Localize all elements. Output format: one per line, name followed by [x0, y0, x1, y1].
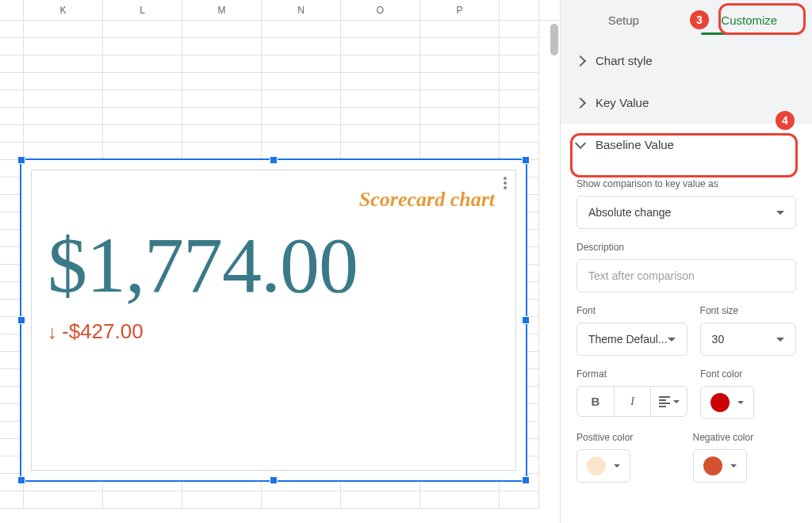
- cell[interactable]: [0, 73, 24, 90]
- font-size-select[interactable]: 30: [700, 323, 796, 356]
- cell[interactable]: [24, 90, 103, 108]
- cell[interactable]: [24, 143, 103, 160]
- cell[interactable]: [182, 90, 262, 108]
- cell[interactable]: [420, 491, 500, 509]
- cell[interactable]: [24, 21, 103, 38]
- cell[interactable]: [262, 90, 341, 108]
- cell[interactable]: [420, 73, 500, 90]
- cell[interactable]: [500, 491, 539, 509]
- cell[interactable]: [182, 73, 262, 90]
- font-select[interactable]: Theme Defaul...: [576, 323, 688, 356]
- cell[interactable]: [420, 143, 500, 160]
- cell[interactable]: [500, 38, 539, 55]
- cell[interactable]: [341, 55, 420, 73]
- cell[interactable]: [182, 491, 262, 509]
- cell[interactable]: [500, 21, 539, 38]
- cell[interactable]: [262, 55, 341, 73]
- resize-handle-ml[interactable]: [17, 316, 25, 324]
- col-header-l[interactable]: L: [103, 0, 182, 20]
- resize-handle-tr[interactable]: [522, 156, 530, 164]
- resize-handle-bl[interactable]: [17, 476, 25, 484]
- negative-color-picker[interactable]: [693, 449, 747, 483]
- cell[interactable]: [500, 143, 539, 160]
- cell[interactable]: [24, 55, 103, 73]
- resize-handle-bm[interactable]: [270, 476, 278, 484]
- cell[interactable]: [341, 108, 420, 125]
- cell[interactable]: [103, 21, 182, 38]
- col-header-k[interactable]: K: [24, 0, 103, 20]
- cell[interactable]: [182, 21, 262, 38]
- cell[interactable]: [182, 108, 262, 125]
- cell[interactable]: [182, 38, 262, 55]
- cell[interactable]: [0, 90, 24, 108]
- cell[interactable]: [420, 125, 500, 143]
- cell[interactable]: [500, 55, 539, 73]
- col-header-n[interactable]: N: [262, 0, 341, 20]
- cell[interactable]: [420, 90, 500, 108]
- cell[interactable]: [103, 73, 182, 90]
- cell[interactable]: [262, 73, 341, 90]
- cell[interactable]: [24, 491, 103, 509]
- col-header-m[interactable]: M: [182, 0, 262, 20]
- cell[interactable]: [103, 108, 182, 125]
- cell[interactable]: [0, 108, 24, 125]
- cell[interactable]: [500, 90, 539, 108]
- tab-setup[interactable]: Setup: [561, 2, 687, 38]
- cell[interactable]: [0, 491, 24, 509]
- cell[interactable]: [103, 38, 182, 55]
- section-key-value[interactable]: Key Value: [561, 82, 812, 124]
- scorecard-chart[interactable]: Scorecard chart $1,774.00 ↓ -$427.00: [20, 158, 527, 482]
- positive-color-picker[interactable]: [576, 449, 630, 483]
- cell[interactable]: [103, 125, 182, 143]
- cell[interactable]: [341, 90, 420, 108]
- cell[interactable]: [182, 143, 262, 160]
- resize-handle-mr[interactable]: [522, 316, 530, 324]
- show-comparison-select[interactable]: Absolute change: [576, 196, 796, 229]
- format-align-button[interactable]: [650, 387, 687, 416]
- col-header-o[interactable]: O: [341, 0, 420, 20]
- cell[interactable]: [341, 73, 420, 90]
- resize-handle-br[interactable]: [522, 476, 530, 484]
- cell[interactable]: [420, 21, 500, 38]
- resize-handle-tl[interactable]: [17, 156, 25, 164]
- cell[interactable]: [500, 108, 539, 125]
- font-color-picker[interactable]: [700, 386, 754, 419]
- format-italic-button[interactable]: I: [614, 387, 650, 416]
- cell[interactable]: [0, 125, 24, 143]
- cell[interactable]: [341, 491, 420, 509]
- cell[interactable]: [0, 21, 24, 38]
- cell[interactable]: [262, 491, 341, 509]
- cell[interactable]: [182, 55, 262, 73]
- cell[interactable]: [262, 108, 341, 125]
- cell[interactable]: [341, 125, 420, 143]
- cell[interactable]: [341, 21, 420, 38]
- col-header-p[interactable]: P: [420, 0, 500, 20]
- cell[interactable]: [24, 108, 103, 125]
- cell[interactable]: [0, 55, 24, 73]
- section-baseline-value[interactable]: Baseline Value: [561, 124, 812, 166]
- cell[interactable]: [420, 108, 500, 125]
- cell[interactable]: [24, 125, 103, 143]
- cell[interactable]: [262, 21, 341, 38]
- format-bold-button[interactable]: B: [577, 387, 614, 416]
- cell[interactable]: [262, 125, 341, 143]
- resize-handle-tm[interactable]: [270, 156, 278, 164]
- cell[interactable]: [500, 125, 539, 143]
- cell[interactable]: [341, 38, 420, 55]
- cell[interactable]: [24, 73, 103, 90]
- scrollbar-thumb[interactable]: [550, 24, 558, 55]
- cell[interactable]: [420, 38, 500, 55]
- cell[interactable]: [262, 38, 341, 55]
- col-header-blank2[interactable]: [500, 0, 539, 20]
- cell[interactable]: [0, 38, 24, 55]
- cell[interactable]: [103, 143, 182, 160]
- cell[interactable]: [420, 55, 500, 73]
- cell[interactable]: [24, 38, 103, 55]
- chart-more-menu[interactable]: [500, 175, 511, 191]
- cell[interactable]: [341, 143, 420, 160]
- cell[interactable]: [103, 55, 182, 73]
- col-header-blank[interactable]: [0, 0, 24, 20]
- cell[interactable]: [182, 125, 262, 143]
- cell[interactable]: [500, 73, 539, 90]
- cell[interactable]: [103, 90, 182, 108]
